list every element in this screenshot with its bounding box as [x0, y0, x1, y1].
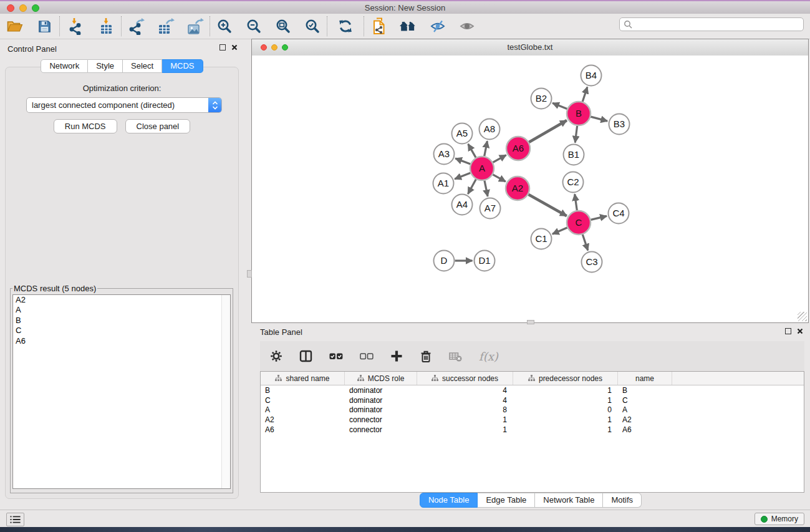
- node-C1[interactable]: C1: [531, 229, 552, 249]
- cell-successor-nodes[interactable]: 8: [417, 405, 513, 414]
- cell-successor-nodes[interactable]: 1: [417, 425, 513, 434]
- cell-shared-name[interactable]: A: [261, 405, 345, 414]
- cell-successor-nodes[interactable]: 4: [417, 386, 513, 395]
- table-row[interactable]: A6connector11A6: [261, 425, 804, 435]
- edge-B-B4[interactable]: [582, 87, 587, 102]
- run-mcds-button[interactable]: Run MCDS: [54, 119, 117, 133]
- zoom-in-icon[interactable]: [214, 16, 235, 36]
- node-C[interactable]: C: [567, 211, 591, 235]
- mcds-result-list[interactable]: A2ABCA6: [12, 294, 231, 489]
- node-B[interactable]: B: [567, 102, 591, 125]
- edge-A-A7[interactable]: [485, 181, 488, 196]
- column-header-name[interactable]: name: [618, 372, 672, 385]
- cell-MCDS-role[interactable]: dominator: [345, 396, 417, 405]
- node-B3[interactable]: B3: [609, 114, 630, 135]
- column-view-icon[interactable]: [299, 350, 312, 362]
- export-network-icon[interactable]: [126, 16, 147, 36]
- cell-predecessor-nodes[interactable]: 1: [513, 386, 618, 395]
- node-C2[interactable]: C2: [563, 172, 584, 193]
- save-session-icon[interactable]: [34, 16, 55, 36]
- settings-gear-icon[interactable]: [270, 350, 282, 362]
- new-network-from-selection-icon[interactable]: [369, 16, 390, 36]
- search-field[interactable]: [619, 17, 804, 31]
- select-all-checkboxes-icon[interactable]: [329, 353, 343, 360]
- edge-A-A4[interactable]: [468, 180, 476, 194]
- network-close-button[interactable]: [261, 44, 267, 51]
- edge-A6-B[interactable]: [529, 120, 567, 142]
- cell-name[interactable]: A: [618, 405, 672, 414]
- table-row[interactable]: Bdominator41B: [261, 385, 804, 395]
- import-table-icon[interactable]: [95, 16, 117, 36]
- cell-name[interactable]: A6: [618, 425, 672, 434]
- cell-successor-nodes[interactable]: 4: [417, 396, 513, 405]
- node-A6[interactable]: A6: [506, 137, 530, 160]
- node-A8[interactable]: A8: [480, 119, 500, 140]
- edge-B-B3[interactable]: [591, 117, 607, 121]
- tab-network[interactable]: Network: [41, 59, 88, 73]
- node-A1[interactable]: A1: [433, 173, 454, 194]
- add-column-icon[interactable]: [390, 350, 403, 362]
- node-B4[interactable]: B4: [581, 65, 602, 86]
- tab-edge-table[interactable]: Edge Table: [478, 493, 535, 508]
- node-C3[interactable]: C3: [582, 252, 602, 273]
- zoom-out-icon[interactable]: [243, 16, 264, 36]
- cell-name[interactable]: C: [618, 396, 672, 405]
- zoom-selected-icon[interactable]: [302, 16, 323, 36]
- cell-shared-name[interactable]: C: [261, 396, 345, 405]
- close-panel-icon[interactable]: [231, 44, 238, 51]
- edge-A-A5[interactable]: [468, 144, 476, 158]
- float-panel-icon[interactable]: [785, 328, 791, 334]
- cell-MCDS-role[interactable]: dominator: [345, 405, 417, 414]
- home-icon[interactable]: [398, 16, 419, 36]
- export-image-icon[interactable]: [185, 16, 206, 36]
- column-header-predecessor-nodes[interactable]: predecessor nodes: [513, 372, 618, 385]
- cell-name[interactable]: A2: [618, 415, 672, 424]
- network-zoom-button[interactable]: [282, 44, 288, 51]
- edge-C-C2[interactable]: [575, 194, 577, 210]
- export-table-icon[interactable]: [155, 16, 176, 36]
- mcds-result-item[interactable]: B: [13, 316, 230, 326]
- memory-button[interactable]: Memory: [755, 513, 804, 525]
- vertical-splitter-handle[interactable]: [247, 270, 252, 278]
- cell-name[interactable]: B: [618, 386, 672, 395]
- edge-C-C4[interactable]: [591, 216, 607, 220]
- delete-column-icon[interactable]: [420, 350, 432, 363]
- node-A2[interactable]: A2: [506, 177, 529, 200]
- panel-list-button[interactable]: [6, 513, 24, 526]
- node-A7[interactable]: A7: [480, 198, 501, 219]
- column-header-successor-nodes[interactable]: successor nodes: [417, 372, 513, 385]
- node-A4[interactable]: A4: [452, 195, 473, 215]
- cell-successor-nodes[interactable]: 1: [417, 415, 513, 424]
- function-builder-icon[interactable]: f(x): [479, 350, 498, 363]
- node-A3[interactable]: A3: [434, 144, 455, 165]
- cell-MCDS-role[interactable]: connector: [345, 425, 417, 434]
- edge-A2-C[interactable]: [528, 195, 566, 216]
- table-row[interactable]: Adominator80A: [261, 405, 804, 415]
- tab-network-table[interactable]: Network Table: [535, 493, 603, 508]
- cell-predecessor-nodes[interactable]: 1: [513, 425, 618, 434]
- show-graphics-details-icon[interactable]: [457, 16, 478, 36]
- open-session-icon[interactable]: [4, 16, 26, 36]
- column-header-MCDS-role[interactable]: MCDS role: [345, 372, 417, 385]
- tab-select[interactable]: Select: [123, 59, 162, 73]
- resize-grip[interactable]: [798, 312, 807, 321]
- cell-shared-name[interactable]: A2: [261, 415, 345, 424]
- close-panel-button[interactable]: Close panel: [125, 119, 191, 133]
- cell-predecessor-nodes[interactable]: 1: [513, 415, 618, 424]
- horizontal-splitter-handle[interactable]: [527, 320, 534, 324]
- hide-graphics-details-icon[interactable]: [428, 16, 449, 36]
- node-A[interactable]: A: [470, 157, 494, 180]
- search-input[interactable]: [633, 18, 803, 31]
- node-A5[interactable]: A5: [452, 123, 473, 144]
- node-D1[interactable]: D1: [475, 251, 495, 271]
- deselect-all-checkboxes-icon[interactable]: [360, 353, 374, 360]
- scrollbar-track[interactable]: [221, 295, 230, 488]
- network-minimize-button[interactable]: [271, 44, 277, 51]
- criterion-dropdown[interactable]: largest connected component (directed): [26, 97, 222, 113]
- cell-shared-name[interactable]: A6: [261, 425, 345, 434]
- cell-MCDS-role[interactable]: connector: [345, 415, 417, 424]
- cell-predecessor-nodes[interactable]: 1: [513, 396, 618, 405]
- mcds-result-item[interactable]: A2: [13, 295, 230, 305]
- node-D[interactable]: D: [434, 251, 455, 271]
- table-row[interactable]: A2connector11A2: [261, 415, 804, 425]
